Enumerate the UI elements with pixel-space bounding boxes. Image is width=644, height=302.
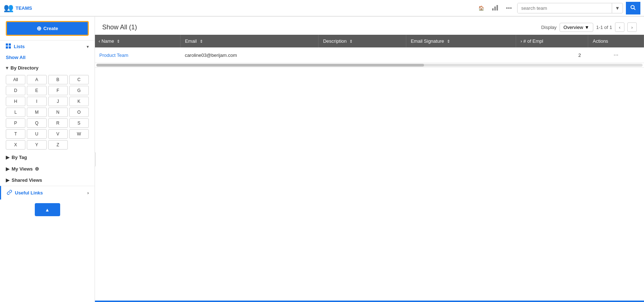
alpha-i-button[interactable]: I bbox=[27, 97, 46, 106]
content-area: ‹ Show All (1) Display Overview ▼ 1-1 of… bbox=[95, 17, 644, 302]
display-label: Display bbox=[541, 25, 557, 30]
shared-views-arrow-icon: ▶ bbox=[6, 177, 9, 183]
display-select[interactable]: Overview ▼ bbox=[560, 23, 593, 32]
by-tag-section[interactable]: ▶ By Tag bbox=[0, 152, 95, 163]
col-email-signature[interactable]: Email Signature ⇕ bbox=[406, 35, 516, 47]
sort-email-icon: ⇕ bbox=[200, 39, 203, 43]
collapse-sidebar-button[interactable]: ‹ bbox=[95, 152, 96, 167]
show-all-link[interactable]: Show All bbox=[0, 53, 95, 63]
row-actions-button[interactable]: ··· bbox=[611, 51, 620, 59]
link-icon bbox=[7, 190, 12, 196]
chevron-right-icon: › bbox=[87, 190, 89, 196]
up-arrow-icon: ▲ bbox=[45, 207, 50, 213]
svg-point-3 bbox=[631, 5, 634, 9]
alpha-p-button[interactable]: P bbox=[6, 118, 25, 128]
search-dropdown-button[interactable]: ▼ bbox=[612, 3, 623, 13]
alpha-y-button[interactable]: Y bbox=[27, 140, 46, 150]
alpha-t-button[interactable]: T bbox=[6, 129, 25, 139]
teams-icon: 👥 bbox=[4, 3, 13, 13]
alpha-e-button[interactable]: E bbox=[27, 86, 46, 95]
alpha-n-button[interactable]: N bbox=[48, 108, 68, 117]
pagination-next-button[interactable]: › bbox=[627, 22, 637, 32]
alpha-all-button[interactable]: All bbox=[6, 75, 25, 84]
horizontal-scrollbar[interactable] bbox=[96, 64, 643, 67]
create-button[interactable]: ⊕ Create bbox=[6, 21, 89, 36]
expand-arrow-icon: ▾ bbox=[6, 65, 8, 71]
row-description bbox=[319, 47, 406, 63]
more-button[interactable]: ••• bbox=[504, 3, 514, 13]
alpha-r-button[interactable]: R bbox=[48, 118, 68, 128]
col-num-employees[interactable]: › # of Empl bbox=[516, 35, 588, 47]
table-header-row: ‹ Name ⇕ Email ⇕ Description ⇕ bbox=[95, 35, 644, 47]
display-chevron-icon: ▼ bbox=[585, 25, 589, 30]
table-container: ‹ Name ⇕ Email ⇕ Description ⇕ bbox=[95, 35, 644, 302]
col-name[interactable]: ‹ Name ⇕ bbox=[95, 35, 180, 47]
alpha-c-button[interactable]: C bbox=[69, 75, 89, 84]
home-icon: 🏠 bbox=[478, 5, 484, 11]
alpha-k-button[interactable]: K bbox=[69, 97, 89, 106]
alpha-z-button[interactable]: Z bbox=[48, 140, 68, 150]
scrollbar-row bbox=[95, 63, 644, 68]
sidebar-lists-section[interactable]: Lists ▾ bbox=[0, 40, 95, 53]
alpha-g-button[interactable]: G bbox=[69, 86, 89, 95]
shared-views-section[interactable]: ▶ Shared Views bbox=[0, 175, 95, 186]
chart-icon bbox=[491, 4, 499, 12]
next-arrow-icon: › bbox=[631, 25, 633, 30]
scrollbar-thumb bbox=[96, 64, 424, 67]
col-actions: Actions bbox=[588, 35, 644, 47]
home-button[interactable]: 🏠 bbox=[476, 3, 486, 13]
pagination-prev-button[interactable]: ‹ bbox=[615, 22, 624, 32]
alpha-a-button[interactable]: A bbox=[27, 75, 46, 84]
alpha-o-button[interactable]: O bbox=[69, 108, 89, 117]
svg-rect-7 bbox=[6, 46, 8, 49]
col-email[interactable]: Email ⇕ bbox=[180, 35, 319, 47]
col-description[interactable]: Description ⇕ bbox=[319, 35, 406, 47]
main-layout: ⊕ Create Lists ▾ Show All ▾ By Directory… bbox=[0, 17, 644, 302]
table-row: Product Team caroline03@berijam.com 2 ··… bbox=[95, 47, 644, 63]
svg-rect-6 bbox=[9, 43, 11, 46]
by-directory-label: By Directory bbox=[11, 65, 38, 71]
row-num-employees: 2 bbox=[516, 47, 588, 63]
svg-rect-8 bbox=[9, 46, 11, 49]
scroll-top-button[interactable]: ▲ bbox=[35, 203, 60, 216]
alpha-q-button[interactable]: Q bbox=[27, 118, 46, 128]
alpha-w-button[interactable]: W bbox=[69, 129, 89, 139]
row-name[interactable]: Product Team bbox=[95, 47, 180, 63]
scrollbar-cell bbox=[95, 63, 644, 68]
alpha-u-button[interactable]: U bbox=[27, 129, 46, 139]
svg-rect-5 bbox=[6, 43, 8, 46]
alpha-j-button[interactable]: J bbox=[48, 97, 68, 106]
alpha-v-button[interactable]: V bbox=[48, 129, 68, 139]
svg-line-4 bbox=[634, 8, 635, 10]
alpha-l-button[interactable]: L bbox=[6, 108, 25, 117]
lists-label: Lists bbox=[14, 44, 87, 49]
sort-description-icon: ⇕ bbox=[349, 39, 353, 43]
teams-table: ‹ Name ⇕ Email ⇕ Description ⇕ bbox=[95, 35, 644, 68]
search-button[interactable] bbox=[626, 2, 640, 14]
alpha-s-button[interactable]: S bbox=[69, 118, 89, 128]
my-views-label: My Views bbox=[12, 166, 33, 172]
alpha-h-button[interactable]: H bbox=[6, 97, 25, 106]
alpha-b-button[interactable]: B bbox=[48, 75, 68, 84]
alpha-x-button[interactable]: X bbox=[6, 140, 25, 150]
my-views-add-icon[interactable]: ⊕ bbox=[35, 166, 39, 172]
content-header: Show All (1) Display Overview ▼ 1-1 of 1… bbox=[95, 17, 644, 35]
chevron-down-icon: ▼ bbox=[615, 5, 620, 11]
sort-name-icon: ⇕ bbox=[117, 39, 120, 43]
search-container: ▼ bbox=[517, 3, 623, 13]
alpha-f-button[interactable]: F bbox=[48, 86, 68, 95]
chart-button[interactable] bbox=[489, 2, 501, 14]
app-logo: 👥 TEAMS bbox=[4, 3, 32, 13]
lists-grid-icon bbox=[6, 43, 11, 50]
sort-email-sig-icon: ⇕ bbox=[447, 39, 450, 43]
my-views-arrow-icon: ▶ bbox=[6, 166, 9, 172]
alpha-d-button[interactable]: D bbox=[6, 86, 25, 95]
svg-rect-1 bbox=[494, 7, 496, 11]
alpha-m-button[interactable]: M bbox=[27, 108, 46, 117]
my-views-section[interactable]: ▶ My Views ⊕ bbox=[0, 163, 95, 175]
useful-links-section[interactable]: Useful Links › bbox=[0, 186, 95, 200]
plus-icon: ⊕ bbox=[37, 25, 41, 32]
scroll-top-area: ▲ bbox=[35, 203, 60, 216]
by-directory-section[interactable]: ▾ By Directory bbox=[0, 63, 95, 73]
search-input[interactable] bbox=[518, 3, 612, 13]
